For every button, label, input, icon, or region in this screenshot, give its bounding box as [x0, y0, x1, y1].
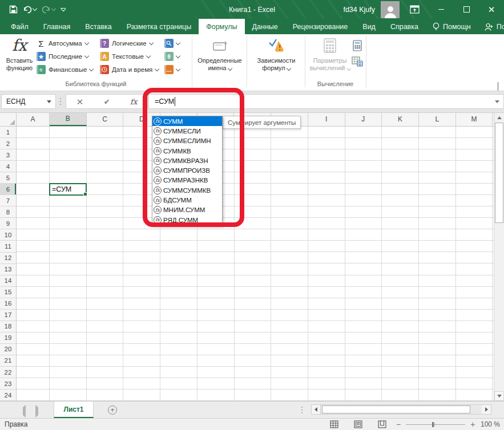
- page-layout-view-icon[interactable]: [354, 420, 362, 428]
- formula-bar-splitter[interactable]: [60, 98, 61, 105]
- row-header-10[interactable]: 10: [0, 229, 16, 241]
- column-header-A[interactable]: A: [17, 113, 50, 126]
- cells-area[interactable]: =СУМ: [17, 127, 494, 401]
- calculate-sheet-button[interactable]: [350, 55, 364, 68]
- scroll-up-icon[interactable]: [494, 113, 504, 123]
- select-all-corner[interactable]: [0, 113, 17, 126]
- formula-auditing-button[interactable]: Зависимости формул: [249, 36, 304, 72]
- calculate-now-button[interactable]: [350, 39, 364, 52]
- vertical-scrollbar[interactable]: [494, 113, 504, 401]
- zoom-level[interactable]: 100 %: [481, 420, 500, 428]
- row-header-7[interactable]: 7: [0, 195, 16, 206]
- row-header-17[interactable]: 17: [0, 310, 16, 321]
- name-box[interactable]: ЕСНД: [1, 94, 56, 109]
- row-header-13[interactable]: 13: [0, 264, 16, 275]
- tab-Данные[interactable]: Данные: [245, 19, 285, 34]
- tab-Справка[interactable]: Справка: [383, 19, 426, 34]
- scroll-down-icon[interactable]: [494, 391, 504, 401]
- column-header-K[interactable]: K: [382, 113, 419, 126]
- row-header-4[interactable]: 4: [0, 161, 16, 172]
- avatar[interactable]: [381, 1, 400, 18]
- row-header-14[interactable]: 14: [0, 275, 16, 287]
- normal-view-icon[interactable]: [330, 420, 338, 428]
- recent-functions-button[interactable]: ★ Последние: [37, 50, 93, 63]
- cancel-entry-icon[interactable]: ✕: [76, 98, 84, 106]
- ribbon-display-options-icon[interactable]: [410, 5, 420, 14]
- name-box-dropdown-icon[interactable]: [47, 100, 51, 103]
- group-label-function-library: Библиотека функций: [0, 80, 192, 87]
- horizontal-scroll-track[interactable]: [321, 404, 482, 415]
- vertical-scroll-thumb[interactable]: [495, 123, 503, 223]
- add-sheet-icon[interactable]: +: [108, 405, 117, 415]
- scroll-left-icon[interactable]: [311, 404, 321, 415]
- row-header-24[interactable]: 24: [0, 390, 16, 401]
- row-header-5[interactable]: 5: [0, 172, 16, 184]
- row-header-8[interactable]: 8: [0, 206, 16, 218]
- tab-Главная[interactable]: Главная: [36, 19, 78, 34]
- share-button[interactable]: Поделиться: [478, 19, 504, 34]
- row-header-9[interactable]: 9: [0, 218, 16, 229]
- autosum-button[interactable]: Σ Автосумма: [37, 37, 93, 50]
- more-functions-button[interactable]: …: [164, 63, 180, 76]
- save-icon[interactable]: [9, 5, 18, 14]
- formula-bar: ЕСНД ✕ ✔ fx =СУМ: [0, 91, 504, 113]
- column-header-C[interactable]: C: [87, 113, 124, 126]
- row-header-15[interactable]: 15: [0, 287, 16, 298]
- row-header-12[interactable]: 12: [0, 253, 16, 264]
- confirm-entry-icon[interactable]: ✔: [104, 98, 110, 106]
- row-header-21[interactable]: 21: [0, 355, 16, 367]
- horizontal-scrollbar[interactable]: [311, 404, 491, 415]
- row-header-16[interactable]: 16: [0, 298, 16, 310]
- tab-Файл[interactable]: Файл: [3, 19, 36, 34]
- zoom-in-icon[interactable]: +: [470, 420, 475, 429]
- undo-button[interactable]: [23, 6, 37, 14]
- row-header-1[interactable]: 1: [0, 127, 16, 138]
- math-functions-button[interactable]: θ: [164, 50, 180, 63]
- maximize-button[interactable]: [454, 0, 479, 19]
- row-header-6[interactable]: 6: [0, 184, 16, 195]
- scroll-right-icon[interactable]: [482, 404, 491, 415]
- close-button[interactable]: ✕: [479, 0, 504, 19]
- row-header-20[interactable]: 20: [0, 344, 16, 355]
- row-header-23[interactable]: 23: [0, 378, 16, 390]
- tabbar-splitter[interactable]: [301, 407, 303, 413]
- page-break-view-icon[interactable]: [378, 420, 386, 428]
- minimize-button[interactable]: [429, 0, 454, 19]
- row-header-3[interactable]: 3: [0, 149, 16, 161]
- customize-quick-access-icon[interactable]: [61, 8, 66, 11]
- zoom-slider[interactable]: [406, 424, 465, 425]
- expand-formula-bar-icon[interactable]: [495, 100, 499, 103]
- column-header-I[interactable]: I: [308, 113, 345, 126]
- row-header-22[interactable]: 22: [0, 367, 16, 378]
- active-cell-B6[interactable]: =СУМ: [49, 183, 87, 196]
- zoom-out-icon[interactable]: −: [396, 420, 401, 429]
- account-name[interactable]: fd34 Kjufy: [343, 6, 375, 14]
- text-functions-button[interactable]: A Текстовые: [100, 50, 159, 63]
- column-header-J[interactable]: J: [345, 113, 382, 126]
- row-header-19[interactable]: 19: [0, 332, 16, 344]
- tab-Вставка[interactable]: Вставка: [78, 19, 119, 34]
- fill-handle[interactable]: [83, 192, 87, 196]
- defined-names-button[interactable]: Определенные имена: [194, 36, 245, 72]
- insert-function-button[interactable]: fx Вставить функцию: [3, 36, 36, 72]
- tab-Формулы[interactable]: Формулы: [199, 19, 244, 34]
- horizontal-scroll-thumb[interactable]: [322, 405, 470, 413]
- column-header-L[interactable]: L: [419, 113, 456, 126]
- row-header-2[interactable]: 2: [0, 138, 16, 149]
- insert-function-icon[interactable]: fx: [130, 98, 137, 106]
- assistant-button[interactable]: Помощн: [426, 19, 478, 34]
- financial-functions-button[interactable]: ≡ Финансовые: [37, 63, 93, 76]
- tab-Рецензирование[interactable]: Рецензирование: [285, 19, 356, 34]
- tab-Разметка страницы[interactable]: Разметка страницы: [119, 19, 199, 34]
- row-header-11[interactable]: 11: [0, 241, 16, 252]
- row-header-18[interactable]: 18: [0, 321, 16, 332]
- logical-functions-button[interactable]: ? Логические: [100, 37, 159, 50]
- collapse-ribbon-icon[interactable]: [498, 82, 498, 90]
- sheet-tab-list1[interactable]: Лист1: [54, 401, 94, 418]
- tab-Вид[interactable]: Вид: [355, 19, 383, 34]
- column-header-M[interactable]: M: [456, 113, 493, 126]
- lookup-functions-button[interactable]: [164, 37, 180, 50]
- undo-dropdown-icon[interactable]: [33, 6, 37, 11]
- column-header-B[interactable]: B: [50, 113, 87, 126]
- datetime-functions-button[interactable]: Дата и время: [100, 63, 159, 76]
